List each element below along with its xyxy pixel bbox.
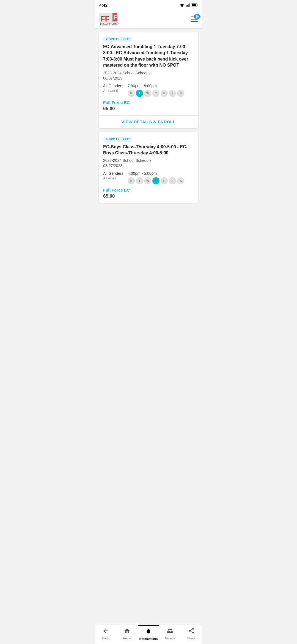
meta-right: 7:00pm - 8:00pm MTWTFSS [128, 84, 184, 97]
card-date: 08/07/2023 [103, 163, 194, 168]
card-meta: All Genders All Ages 4:00pm - 5:00pm MTW… [103, 171, 194, 184]
svg-rect-6 [197, 4, 197, 6]
card-title: EC-Boys Class-Thursday 4:00-5:00 - EC-Bo… [103, 144, 194, 156]
status-icons [180, 3, 198, 7]
status-time: 4:42 [99, 3, 108, 7]
content-area: 2 SPOTS LEFT! EC-Advanced Tumbling 1-Tue… [95, 29, 202, 206]
wifi-icon [180, 3, 185, 7]
logo-svg: FF EL CAMPO • VICTORIA F [99, 12, 119, 26]
card-location: Full Force EC [103, 100, 194, 105]
day-circle: F [161, 177, 168, 184]
status-bar: 4:42 [95, 0, 202, 10]
card-price: 65.00 [103, 193, 194, 199]
svg-rect-2 [188, 4, 188, 7]
notification-badge: 10 [194, 14, 200, 19]
day-circle: S [177, 90, 184, 97]
day-circle: T [152, 90, 160, 97]
signal-icon [186, 3, 190, 7]
card-price: 65.00 [103, 106, 194, 111]
day-circle: S [169, 177, 176, 184]
class-card-1: 2 SPOTS LEFT! EC-Advanced Tumbling 1-Tue… [99, 32, 198, 128]
card-date: 08/07/2023 [103, 76, 194, 80]
day-circle: W [144, 177, 151, 184]
svg-rect-0 [186, 6, 186, 7]
view-enroll-button[interactable]: VIEW DETAILS & ENROLL [99, 115, 198, 128]
meta-left: All Genders At least 6 [103, 84, 123, 93]
spots-badge: 2 SPOTS LEFT! [103, 37, 133, 42]
svg-text:F: F [113, 13, 117, 21]
meta-time: 4:00pm - 5:00pm [128, 171, 184, 176]
meta-age: At least 6 [103, 89, 123, 93]
svg-text:EL CAMPO • VICTORIA: EL CAMPO • VICTORIA [100, 23, 119, 25]
card-schedule: 2023-2024 School Schedule [103, 158, 194, 163]
day-circle: S [177, 177, 184, 184]
svg-rect-3 [189, 3, 189, 7]
view-enroll-label: VIEW DETAILS & ENROLL [122, 119, 176, 124]
card-body: 8 SPOTS LEFT! EC-Boys Class-Thursday 4:0… [99, 132, 198, 203]
meta-gender: All Genders [103, 171, 123, 176]
class-card-2: 8 SPOTS LEFT! EC-Boys Class-Thursday 4:0… [99, 132, 198, 203]
meta-time: 7:00pm - 8:00pm [128, 84, 184, 88]
day-circle: M [128, 177, 135, 184]
day-circle: T [152, 177, 160, 184]
meta-gender: All Genders [103, 84, 123, 88]
card-location: Full Force EC [103, 188, 194, 192]
meta-age: All Ages [103, 176, 123, 180]
days-row: MTWTFSS [128, 90, 184, 97]
day-circle: T [136, 177, 143, 184]
meta-right: 4:00pm - 5:00pm MTWTFSS [128, 171, 184, 184]
days-row: MTWTFSS [128, 177, 184, 184]
card-meta: All Genders At least 6 7:00pm - 8:00pm M… [103, 84, 194, 97]
meta-left: All Genders All Ages [103, 171, 123, 180]
svg-rect-5 [192, 4, 196, 6]
day-circle: W [144, 90, 151, 97]
header: FF EL CAMPO • VICTORIA F 10 [95, 10, 202, 29]
card-body: 2 SPOTS LEFT! EC-Advanced Tumbling 1-Tue… [99, 32, 198, 115]
card-title: EC-Advanced Tumbling 1-Tuesday 7:00-8:00… [103, 44, 194, 69]
svg-rect-1 [187, 5, 188, 7]
day-circle: M [128, 90, 135, 97]
day-circle: S [169, 90, 176, 97]
svg-text:FF: FF [100, 14, 110, 23]
battery-icon [192, 3, 198, 7]
day-circle: F [161, 90, 168, 97]
menu-button[interactable]: 10 [191, 17, 198, 22]
spots-badge: 8 SPOTS LEFT! [103, 137, 133, 142]
day-circle: T [136, 90, 143, 97]
card-schedule: 2023-2024 School Schedule [103, 71, 194, 75]
app-logo: FF EL CAMPO • VICTORIA F [99, 12, 119, 26]
